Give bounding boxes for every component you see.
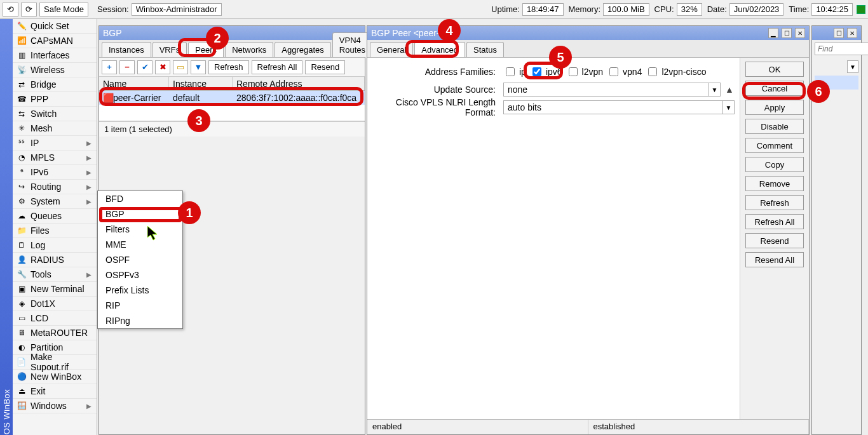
tab-instances[interactable]: Instances [102,42,151,57]
chevron-down-icon[interactable]: ▼ [709,83,720,96]
nav-item-ipv6[interactable]: ⁶IPv6▶ [13,165,97,180]
nav-item-ip[interactable]: ⁵⁵IP▶ [13,136,97,151]
nav-item-quick-set[interactable]: ✏️Quick Set [13,19,97,34]
nav-item-radius[interactable]: 👤RADIUS [13,253,97,267]
copy-button[interactable]: Copy [745,157,804,172]
bgp-peer-window: BGP Peer <peer-C ▁ ☐ ✕ GeneralAdvancedSt… [367,25,810,435]
find-input[interactable] [815,43,868,55]
checkbox-vpn4[interactable]: vpn4 [607,65,642,78]
close-icon[interactable]: ✕ [795,28,805,38]
redo-button[interactable]: ⟳ [21,3,37,17]
nav-item-interfaces[interactable]: ▥Interfaces [13,48,97,63]
tab-vrfs[interactable]: VRFs [153,42,187,57]
refresh-all-button[interactable]: Refresh All [745,214,804,229]
checkbox-l2vpn-cisco[interactable]: l2vpn-cisco [646,65,706,78]
bgp-peer-row[interactable]: 🟥 peer-Carrier default 2806:3f7:1002:aaa… [99,91,365,105]
nav-item-queues[interactable]: ☁Queues [13,209,97,224]
checkbox-input-l2vpn[interactable] [569,67,578,76]
tab-advanced[interactable]: Advanced [414,42,465,57]
submenu-ospf[interactable]: OSPF [98,252,182,267]
checkbox-input-ip[interactable] [506,67,515,76]
filter-icon[interactable]: ▼ [191,60,206,74]
chevron-down-icon[interactable]: ▼ [722,101,734,114]
undo-button[interactable]: ⟲ [3,3,18,17]
col-remote[interactable]: Remote Address [233,77,365,90]
resend-button[interactable]: Resend [745,233,804,248]
col-name[interactable]: Name [99,77,169,90]
ok-button[interactable]: OK [745,62,804,77]
submenu-mme[interactable]: MME [98,237,182,252]
nav-item-files[interactable]: 📁Files [13,224,97,238]
disable-button[interactable]: Disable [745,119,804,134]
nav-item-bridge[interactable]: ⇄Bridge [13,77,97,92]
checkbox-input-l2vpn-cisco[interactable] [648,67,657,76]
metarouter-icon: 🖥 [17,328,27,338]
tab-general[interactable]: General [370,42,413,57]
checkbox-ip[interactable]: ip [503,65,526,78]
tab-aggregates[interactable]: Aggregates [275,42,331,57]
cpu-label: CPU: [654,4,674,14]
checkbox-input-ipv6[interactable] [532,67,541,76]
submenu-bfd[interactable]: BFD [98,191,182,206]
nav-item-log[interactable]: 🗒Log [13,238,97,253]
refresh-button[interactable]: Refresh [745,195,804,210]
submenu-ripng[interactable]: RIPng [98,313,182,328]
refresh-all-button[interactable]: Refresh All [252,60,303,74]
resend-button[interactable]: Resend [305,60,345,74]
interfaces-icon: ▥ [17,50,27,60]
checkbox-l2vpn[interactable]: l2vpn [566,65,603,78]
remove-button[interactable]: Remove [745,176,804,191]
apply-button[interactable]: Apply [745,100,804,115]
nav-item-wireless[interactable]: 📡Wireless [13,63,97,77]
chevron-right-icon: ▶ [86,154,93,161]
nav-item-make-supout-rif[interactable]: 📄Make Supout.rif [13,355,97,370]
checkbox-input-vpn4[interactable] [609,67,618,76]
maximize-icon[interactable]: ☐ [782,28,792,38]
peer-button-column: OKCancelApplyDisableCommentCopyRemoveRef… [740,58,809,419]
submenu-bgp[interactable]: BGP [98,206,182,222]
radius-icon: 👤 [17,255,27,265]
comment-icon[interactable]: ▭ [173,60,188,74]
safe-mode-button[interactable]: Safe Mode [39,3,88,17]
nav-item-system[interactable]: ⚙System▶ [13,194,97,209]
nav-item-routing[interactable]: ↪Routing▶ [13,180,97,194]
exit-icon: ⏏ [17,386,27,396]
submenu-prefix-lists[interactable]: Prefix Lists [98,283,182,298]
nav-item-switch[interactable]: ⇆Switch [13,107,97,121]
submenu-filters[interactable]: Filters [98,222,182,237]
nav-item-new-terminal[interactable]: ▣New Terminal [13,282,97,297]
nav-item-mpls[interactable]: ◔MPLS▶ [13,151,97,165]
nav-item-mesh[interactable]: ✳Mesh [13,121,97,136]
cisco-format-dropdown[interactable]: auto bits ▼ [503,100,735,114]
col-instance[interactable]: Instance [169,77,233,90]
tab-status[interactable]: Status [466,42,504,57]
nav-item-tools[interactable]: 🔧Tools▶ [13,267,97,282]
nav-item-capsman[interactable]: 📶CAPsMAN [13,34,97,48]
remove-icon[interactable]: − [119,60,135,74]
nav-item-ppp[interactable]: ☎PPP [13,92,97,107]
minimize-icon[interactable]: ▁ [768,28,778,38]
enable-icon[interactable]: ✔ [137,60,153,74]
comment-button[interactable]: Comment [745,138,804,153]
wireless-icon: 📡 [17,65,27,75]
collapse-up-icon[interactable]: ▲ [724,84,735,95]
tab-networks[interactable]: Networks [225,42,273,57]
submenu-rip[interactable]: RIP [98,298,182,313]
nav-item-exit[interactable]: ⏏Exit [13,384,97,399]
chevron-down-icon[interactable]: ▼ [847,60,858,73]
add-icon[interactable]: + [102,60,117,74]
maximize-icon[interactable]: ☐ [834,28,844,38]
refresh-button[interactable]: Refresh [208,60,249,74]
submenu-ospfv3[interactable]: OSPFv3 [98,267,182,283]
windows-icon: 🪟 [17,401,27,411]
queues-icon: ☁ [17,211,27,221]
nav-item-windows[interactable]: 🪟Windows▶ [13,399,97,413]
cancel-button[interactable]: Cancel [745,81,804,96]
resend-all-button[interactable]: Resend All [745,252,804,267]
nav-item-lcd[interactable]: ▭LCD [13,311,97,326]
close-icon[interactable]: ✕ [847,28,857,38]
nav-item-metarouter[interactable]: 🖥MetaROUTER [13,326,97,340]
disable-icon[interactable]: ✖ [155,60,170,74]
nav-item-dot1x[interactable]: ◈Dot1X [13,297,97,311]
update-source-dropdown[interactable]: none ▼ [503,83,721,97]
